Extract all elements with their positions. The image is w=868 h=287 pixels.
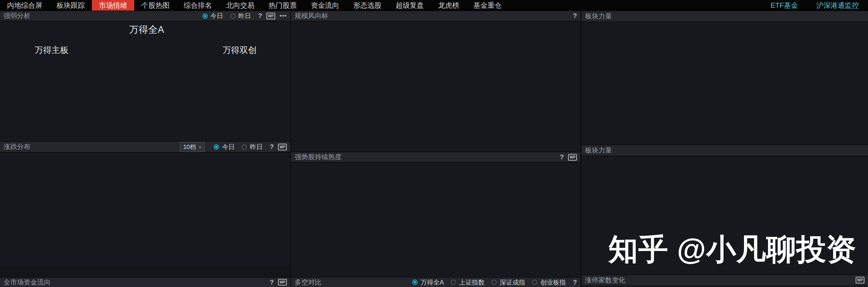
right-status-bar: 涨停家数变化 WP — [581, 275, 868, 285]
menu-right-group: ETF基金沪深港通监控 — [761, 0, 868, 11]
panel-title: 板块力量 — [585, 12, 612, 21]
radio-option-上证指数[interactable]: 上证指数 — [451, 278, 487, 287]
radio-icon[interactable] — [532, 280, 537, 285]
radio-option-昨日[interactable]: 昨日 — [230, 12, 254, 20]
radio-icon[interactable] — [451, 280, 456, 285]
wp-monitor-icon[interactable]: WP — [278, 279, 287, 286]
distribution-bar-chart — [0, 165, 290, 265]
scale-panel-header: 规模风向标 ? — [291, 11, 580, 21]
left-status-bar: 全市场资金流向 ? WP — [0, 277, 290, 287]
help-icon[interactable]: ? — [258, 12, 262, 20]
radio-option-创业板指[interactable]: 创业板指 — [532, 278, 568, 287]
help-icon[interactable]: ? — [573, 12, 577, 20]
band-selector-dropdown[interactable]: 10档∨ — [180, 142, 205, 152]
menu-item-热门股票[interactable]: 热门股票 — [261, 0, 304, 11]
radio-icon[interactable] — [230, 13, 236, 19]
menu-item-内地综合屏[interactable]: 内地综合屏 — [0, 0, 49, 11]
menu-item-ETF基金[interactable]: ETF基金 — [761, 0, 807, 11]
menu-item-北向交易[interactable]: 北向交易 — [219, 0, 261, 11]
momentum-legend — [291, 165, 575, 173]
radio-label: 今日 — [211, 12, 223, 20]
sector-top-header: 板块力量 — [581, 11, 868, 22]
radio-option-今日[interactable]: 今日 — [214, 143, 237, 151]
long-short-bar: 多空对比 万得全A上证指数深证成指创业板指? — [291, 277, 580, 287]
menu-item-综合排名[interactable]: 综合排名 — [177, 0, 219, 11]
wp-monitor-icon[interactable]: WP — [568, 154, 577, 161]
panel-title: 强势股持续热度 — [295, 153, 342, 162]
gauge-area: 万得全A万得主板万得双创 — [0, 21, 290, 141]
wp-monitor-icon[interactable]: WP — [856, 277, 864, 283]
strength-column: 强弱分析 今日昨日?WP••• 万得全A万得主板万得双创 涨跌分布 10档∨今日… — [0, 11, 290, 287]
help-icon[interactable]: ? — [270, 279, 274, 286]
radio-option-今日[interactable]: 今日 — [202, 12, 226, 20]
menu-item-超级复盘[interactable]: 超级复盘 — [389, 0, 431, 11]
distribution-summary — [0, 153, 290, 165]
help-icon[interactable]: ? — [560, 153, 564, 161]
help-icon[interactable]: ? — [573, 279, 577, 286]
radio-label: 今日 — [222, 143, 235, 151]
radio-selected-icon[interactable] — [202, 13, 208, 19]
status-title: 全市场资金流向 — [4, 278, 51, 287]
help-icon[interactable]: ? — [270, 143, 274, 151]
gauge-title-万得主板: 万得主板 — [3, 44, 100, 56]
panel-title: 板块力量 — [585, 146, 612, 155]
distribution-panel-header: 涨跌分布 10档∨今日昨日?WP — [0, 141, 290, 153]
gauge-title-万得双创: 万得双创 — [191, 44, 288, 56]
sector-bottom-header: 板块力量 — [581, 145, 868, 156]
radio-label: 创业板指 — [540, 278, 566, 287]
radio-option-昨日[interactable]: 昨日 — [242, 143, 265, 151]
menu-item-形态选股[interactable]: 形态选股 — [346, 0, 389, 11]
radio-label: 昨日 — [238, 12, 251, 20]
radio-selected-icon[interactable] — [412, 280, 418, 285]
radio-label: 昨日 — [250, 143, 262, 151]
radio-selected-icon[interactable] — [214, 144, 219, 150]
watermark: 知乎 @小凡聊投资 — [608, 229, 856, 270]
momentum-panel-header: 强势股持续热度 ? WP — [291, 152, 580, 162]
radio-icon[interactable] — [242, 144, 247, 150]
menu-item-龙虎榜[interactable]: 龙虎榜 — [431, 0, 466, 11]
menu-item-基金重仓[interactable]: 基金重仓 — [466, 0, 509, 11]
panel-title: 强弱分析 — [4, 11, 30, 20]
gauge-title-万得全A: 万得全A — [71, 23, 223, 36]
band-selector-value: 10档 — [183, 143, 196, 151]
strength-panel-header: 强弱分析 今日昨日?WP••• — [0, 11, 290, 21]
radio-icon[interactable] — [491, 280, 497, 285]
more-options-icon[interactable]: ••• — [279, 12, 287, 19]
status-title: 涨停家数变化 — [585, 276, 625, 285]
menu-item-沪深港通监控[interactable]: 沪深港通监控 — [807, 0, 868, 11]
radio-label: 上证指数 — [459, 278, 484, 287]
menu-item-市场情绪[interactable]: 市场情绪 — [92, 0, 134, 11]
menu-item-个股热图[interactable]: 个股热图 — [134, 0, 177, 11]
status-title: 多空对比 — [295, 278, 321, 287]
index-tabs — [0, 265, 290, 277]
radio-option-深证成指[interactable]: 深证成指 — [491, 278, 528, 287]
market-sentiment-screen: 内地综合屏板块跟踪市场情绪个股热图综合排名北向交易热门股票资金流向形态选股超级复… — [0, 0, 868, 287]
wp-monitor-icon[interactable]: WP — [278, 144, 287, 150]
wp-monitor-icon[interactable]: WP — [266, 13, 275, 19]
charts-column: 规模风向标 ? 强势股持续热度 ? WP 多空对比 万得全A上证指数深证成指创业… — [291, 11, 580, 287]
top-menu-bar: 内地综合屏板块跟踪市场情绪个股热图综合排名北向交易热门股票资金流向形态选股超级复… — [0, 0, 868, 11]
panel-title: 规模风向标 — [295, 11, 328, 20]
radio-label: 深证成指 — [500, 278, 525, 287]
radio-option-万得全A[interactable]: 万得全A — [412, 278, 447, 287]
scale-legend — [291, 30, 575, 38]
menu-item-板块跟踪[interactable]: 板块跟踪 — [49, 0, 92, 11]
menu-item-资金流向[interactable]: 资金流向 — [304, 0, 346, 11]
panel-title: 涨跌分布 — [4, 142, 30, 151]
chevron-down-icon: ∨ — [199, 145, 201, 149]
radio-label: 万得全A — [420, 278, 444, 287]
